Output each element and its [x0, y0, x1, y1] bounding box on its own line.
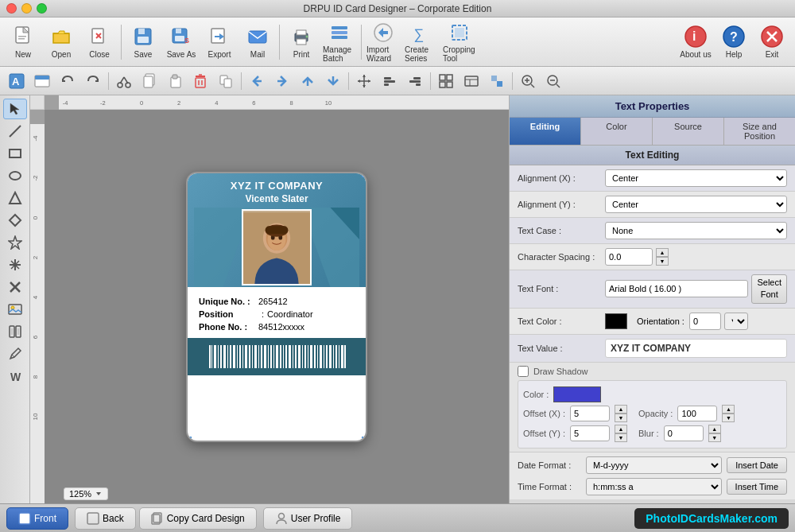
select-tool[interactable]	[3, 99, 27, 119]
manage-batch-button[interactable]: Manage Batch	[321, 21, 358, 64]
mail-button[interactable]: Mail	[239, 21, 276, 64]
text-color-swatch[interactable]	[605, 313, 627, 329]
redo-button[interactable]	[81, 70, 105, 92]
svg-rect-1	[18, 36, 26, 37]
rect-tool[interactable]	[3, 143, 27, 164]
shadow-blur-input[interactable]	[664, 425, 704, 441]
shadow-color-swatch[interactable]	[553, 386, 601, 402]
new-button[interactable]: New	[5, 21, 41, 64]
mail-label: Mail	[250, 50, 265, 59]
snowflake-tool[interactable]	[3, 254, 27, 275]
maximize-button[interactable]	[37, 3, 47, 14]
draw-shadow-checkbox[interactable]	[518, 366, 529, 377]
arrow-up-button[interactable]	[296, 70, 320, 92]
import-wizard-button[interactable]: Import Wizard	[365, 21, 401, 64]
cross-tool[interactable]	[3, 277, 27, 297]
text-font-input[interactable]	[605, 280, 748, 297]
char-spacing-down[interactable]: ▼	[656, 257, 669, 266]
cut-button[interactable]	[112, 70, 136, 92]
shadow-oy-down[interactable]: ▼	[615, 433, 627, 442]
shadow-oy-up[interactable]: ▲	[615, 425, 627, 433]
pencil-tool[interactable]	[3, 344, 27, 364]
scale-button[interactable]	[485, 70, 509, 92]
undo-button[interactable]	[56, 70, 80, 92]
zoom-value: 125%	[69, 489, 91, 499]
image-tool-button[interactable]	[30, 70, 54, 92]
text-tool-button[interactable]: A	[5, 70, 29, 92]
shadow-op-up[interactable]: ▲	[722, 405, 735, 414]
minimize-button[interactable]	[21, 3, 32, 14]
export-button[interactable]: Export	[201, 21, 238, 64]
view-button[interactable]	[460, 70, 483, 92]
star-tool[interactable]	[3, 232, 27, 253]
shadow-ox-up[interactable]: ▲	[615, 405, 627, 414]
shadow-offset-y-input[interactable]	[570, 425, 610, 441]
arrow-down-button[interactable]	[321, 70, 345, 92]
align-left-button[interactable]	[378, 70, 401, 92]
svg-rect-127	[214, 345, 216, 368]
text-case-select[interactable]: NoneUpperLower	[605, 222, 787, 239]
cropping-tool-button[interactable]: Cropping Tool	[441, 21, 478, 64]
svg-rect-10	[176, 29, 181, 33]
open-icon	[49, 25, 73, 49]
help-button[interactable]: ? Help	[716, 21, 752, 64]
about-button[interactable]: i About us	[677, 21, 714, 64]
image-insert-tool[interactable]	[3, 299, 27, 320]
copy-format-button[interactable]	[214, 70, 238, 92]
grid-button[interactable]	[434, 70, 458, 92]
save-button[interactable]: Save	[125, 21, 161, 64]
line-tool[interactable]	[3, 121, 27, 142]
close-doc-button[interactable]: Close	[81, 21, 118, 64]
print-button[interactable]: Print	[283, 21, 320, 64]
front-tab[interactable]: Front	[6, 507, 68, 530]
book-tool[interactable]	[3, 321, 27, 342]
align-right-button[interactable]	[403, 70, 427, 92]
back-tab[interactable]: Back	[75, 507, 136, 530]
exit-button[interactable]: Exit	[754, 21, 790, 64]
shadow-blur-down[interactable]: ▼	[708, 433, 721, 442]
main-toolbar: New Open Close Save S Save As Export	[0, 17, 795, 67]
triangle-tool[interactable]	[3, 188, 27, 208]
orientation-input[interactable]	[689, 313, 721, 330]
paste-button[interactable]	[163, 70, 187, 92]
canvas-workspace[interactable]: XYZ IT COMPANY Vicente Slater	[45, 110, 509, 503]
zoom-out-button[interactable]	[541, 70, 565, 92]
diamond-tool[interactable]	[3, 210, 27, 231]
user-profile-tab[interactable]: User Profile	[263, 507, 353, 530]
open-button[interactable]: Open	[43, 21, 80, 64]
alignment-x-select[interactable]: CenterLeftRight	[605, 169, 787, 187]
shadow-opacity-input[interactable]	[677, 406, 717, 421]
char-spacing-input[interactable]	[605, 248, 653, 266]
arrow-left-button[interactable]	[245, 70, 269, 92]
date-format-select[interactable]: M-d-yyyy	[586, 456, 722, 474]
char-spacing-up[interactable]: ▲	[656, 248, 669, 257]
copy-button[interactable]	[138, 70, 161, 92]
copy-card-tab[interactable]: Copy Card Design	[139, 507, 257, 530]
ellipse-tool[interactable]	[3, 165, 27, 186]
svg-rect-133	[233, 345, 235, 368]
tab-editing[interactable]: Editing	[510, 118, 581, 145]
delete-button[interactable]	[188, 70, 212, 92]
tab-color[interactable]: Color	[581, 118, 653, 145]
save-as-button[interactable]: S Save As	[163, 21, 200, 64]
insert-time-button[interactable]: Insert Time	[727, 479, 787, 495]
shadow-ox-down[interactable]: ▼	[615, 414, 627, 422]
shadow-op-down[interactable]: ▼	[722, 414, 735, 422]
tab-size-position[interactable]: Size and Position	[724, 118, 795, 145]
move-button[interactable]	[352, 70, 376, 92]
svg-text:A: A	[12, 76, 20, 87]
tab-source[interactable]: Source	[653, 118, 724, 145]
time-format-select[interactable]: h:mm:ss a	[586, 478, 722, 495]
shadow-blur-up[interactable]: ▲	[708, 425, 721, 433]
insert-date-button[interactable]: Insert Date	[727, 457, 787, 473]
shadow-offset-x-input[interactable]	[570, 406, 610, 421]
create-series-button[interactable]: ∑ Create Series	[403, 21, 440, 64]
alignment-y-select[interactable]: CenterTopBottom	[605, 196, 787, 213]
text-insert-tool[interactable]: W	[3, 366, 27, 386]
close-button[interactable]	[6, 3, 17, 14]
zoom-in-button[interactable]	[516, 70, 540, 92]
select-font-button[interactable]: SelectFont	[751, 274, 787, 304]
arrow-right-button[interactable]	[270, 70, 294, 92]
orientation-select[interactable]: ▼	[724, 313, 748, 330]
id-card[interactable]: XYZ IT COMPANY Vicente Slater	[186, 172, 367, 442]
